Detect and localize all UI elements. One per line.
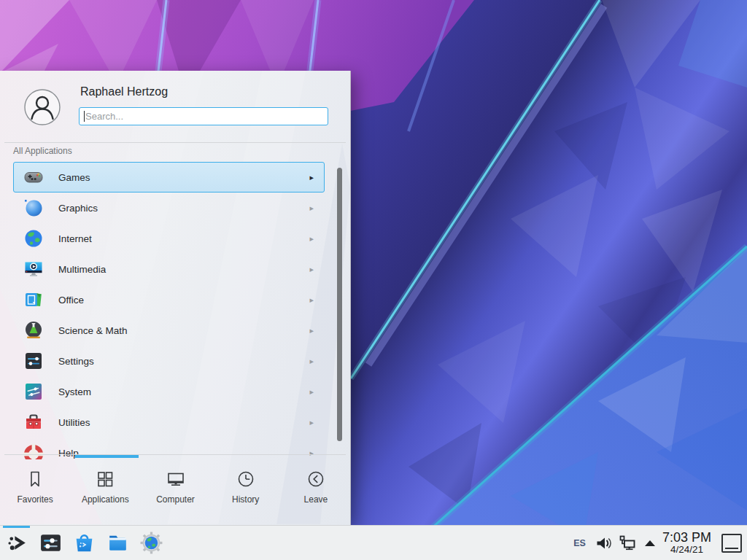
category-label: Games xyxy=(58,172,90,183)
tab-history[interactable]: History xyxy=(211,458,281,525)
category-utilities[interactable]: Utilities ▸ xyxy=(13,407,325,438)
tab-label: Favorites xyxy=(17,494,53,505)
clock-date: 4/24/21 xyxy=(662,545,711,555)
category-label: Settings xyxy=(58,356,94,367)
tab-favorites[interactable]: Favorites xyxy=(0,458,70,525)
category-label: Internet xyxy=(58,233,92,244)
monitor-icon xyxy=(166,470,185,489)
discover-icon xyxy=(72,531,96,555)
volume-icon[interactable] xyxy=(595,534,613,552)
search-placeholder: Search... xyxy=(85,111,123,122)
category-label: Graphics xyxy=(58,203,98,214)
submenu-arrow-icon: ▸ xyxy=(309,387,314,397)
category-games[interactable]: Games ▸ xyxy=(13,162,325,192)
application-launcher-popup: Raphael Hertzog Search... All Applicatio… xyxy=(0,71,351,525)
category-science-math[interactable]: Science & Math ▸ xyxy=(13,315,325,346)
graphics-icon xyxy=(23,198,44,218)
submenu-arrow-icon: ▸ xyxy=(309,173,314,182)
category-settings[interactable]: Settings ▸ xyxy=(13,346,325,376)
tab-applications[interactable]: Applications xyxy=(70,458,140,525)
games-icon xyxy=(23,167,44,187)
category-help[interactable]: Help ▸ xyxy=(13,438,325,459)
tab-leave[interactable]: Leave xyxy=(281,458,351,525)
tab-label: Computer xyxy=(156,494,195,505)
submenu-arrow-icon: ▸ xyxy=(309,418,314,427)
category-office[interactable]: Office ▸ xyxy=(13,284,325,315)
bookmark-icon xyxy=(26,470,44,489)
submenu-arrow-icon: ▸ xyxy=(309,326,314,335)
user-name: Raphael Hertzog xyxy=(80,85,168,98)
tab-label: Leave xyxy=(304,494,328,505)
digital-clock[interactable]: 7:03 PM 4/24/21 xyxy=(662,531,711,555)
dolphin-icon xyxy=(106,531,130,555)
category-system[interactable]: System ▸ xyxy=(13,376,325,407)
application-launcher-button[interactable] xyxy=(0,526,34,560)
launcher-tabbar: Favorites Applications Computer xyxy=(0,458,351,525)
launcher-header: Raphael Hertzog Search... xyxy=(0,71,350,142)
user-avatar[interactable] xyxy=(24,89,61,125)
system-icon xyxy=(23,381,44,402)
taskbar-panel: ES 7:03 PM 4/24/21 xyxy=(0,525,747,560)
text-cursor xyxy=(84,111,85,122)
browser-button[interactable] xyxy=(134,526,168,560)
category-label: Multimedia xyxy=(58,264,106,275)
category-internet[interactable]: Internet ▸ xyxy=(13,223,325,254)
scrollbar[interactable] xyxy=(337,168,342,441)
tab-label: History xyxy=(232,494,259,505)
show-desktop-button[interactable] xyxy=(721,534,742,553)
application-launcher-icon xyxy=(5,531,29,555)
submenu-arrow-icon: ▸ xyxy=(309,234,314,244)
active-task-indicator xyxy=(3,526,30,528)
leave-icon xyxy=(306,470,325,489)
clock-time: 7:03 PM xyxy=(662,531,711,545)
footer-divider xyxy=(4,454,346,455)
clock-icon xyxy=(236,470,255,489)
category-label: Science & Math xyxy=(58,325,128,336)
system-settings-icon xyxy=(39,531,63,555)
app-grid-icon xyxy=(96,470,115,489)
submenu-arrow-icon: ▸ xyxy=(309,295,314,305)
internet-icon xyxy=(23,228,44,249)
expand-tray-icon[interactable] xyxy=(645,540,655,546)
utilities-icon xyxy=(23,412,44,432)
file-manager-button[interactable] xyxy=(101,526,134,560)
submenu-arrow-icon: ▸ xyxy=(309,357,314,366)
science-icon xyxy=(23,320,44,341)
category-multimedia[interactable]: Multimedia ▸ xyxy=(13,254,325,284)
submenu-arrow-icon: ▸ xyxy=(309,265,314,274)
submenu-arrow-icon: ▸ xyxy=(309,448,314,458)
system-settings-button[interactable] xyxy=(34,526,67,560)
system-tray: ES 7:03 PM 4/24/21 xyxy=(573,531,747,555)
search-input[interactable]: Search... xyxy=(79,107,328,125)
help-icon xyxy=(23,443,44,459)
tab-label: Applications xyxy=(82,494,129,505)
office-icon xyxy=(23,289,44,310)
category-label: System xyxy=(58,386,91,397)
category-list: Games ▸ Graphics ▸ Internet ▸ xyxy=(0,162,334,459)
category-graphics[interactable]: Graphics ▸ xyxy=(13,192,325,223)
konqueror-icon xyxy=(139,531,163,555)
multimedia-icon xyxy=(23,259,44,279)
section-label: All Applications xyxy=(13,146,72,156)
keyboard-layout-indicator[interactable]: ES xyxy=(573,538,586,548)
submenu-arrow-icon: ▸ xyxy=(309,203,314,213)
settings-icon xyxy=(23,351,44,371)
category-label: Utilities xyxy=(58,417,90,428)
tab-computer[interactable]: Computer xyxy=(140,458,210,525)
header-divider xyxy=(4,142,346,143)
discover-button[interactable] xyxy=(67,526,101,560)
category-label: Office xyxy=(58,295,84,306)
wired-network-icon[interactable] xyxy=(619,534,636,552)
taskbar-launchers xyxy=(0,526,168,560)
